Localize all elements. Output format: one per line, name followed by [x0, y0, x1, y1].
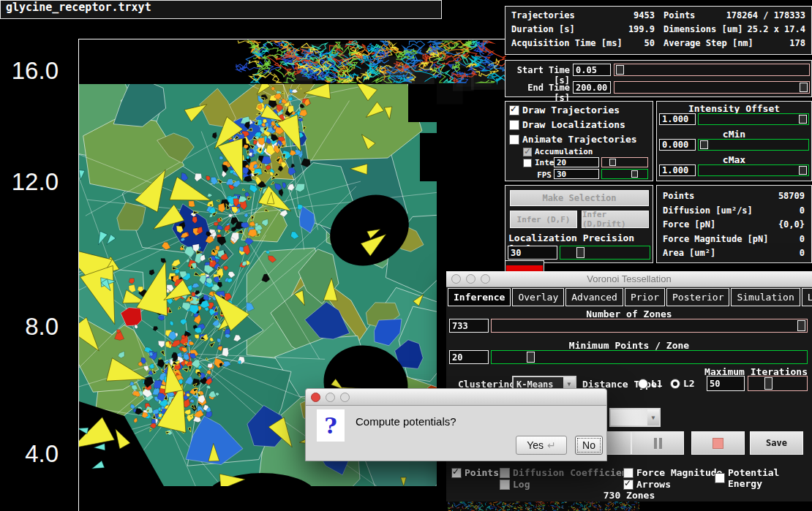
localization-precision-slider-handle[interactable] [576, 247, 584, 258]
fps-input[interactable] [554, 169, 599, 179]
intensity-offset-slider-handle[interactable] [799, 115, 807, 124]
points-overlay-option[interactable]: Points [451, 467, 499, 478]
no-button[interactable]: No [575, 436, 603, 455]
start-time-slider[interactable] [614, 64, 810, 76]
number-of-zones-slider[interactable] [491, 319, 808, 333]
dialog-minimize-button[interactable] [326, 393, 335, 402]
stat-label: Points [663, 189, 694, 204]
cmin-slider-handle[interactable] [700, 140, 708, 149]
distance-l2-option[interactable]: L2 [670, 378, 695, 389]
stat-value: 0 [800, 232, 805, 247]
arrows-checkbox[interactable] [623, 480, 634, 490]
number-of-zones-input[interactable] [449, 319, 489, 333]
pause-button[interactable] [631, 431, 684, 455]
cmax-input[interactable] [659, 164, 696, 176]
zone-stats-rows: Points58709 Diffusion [um²/s]0 Force [pN… [658, 189, 809, 261]
potential-energy-checkbox[interactable] [715, 473, 725, 483]
diffusion-coefficient-checkbox[interactable] [500, 468, 510, 478]
cmax-slider[interactable] [698, 164, 809, 176]
points-checkbox[interactable] [451, 468, 462, 478]
distance-l1-option[interactable]: L1 [638, 378, 663, 389]
tab-overlay[interactable]: Overlay [512, 288, 564, 306]
max-iterations-slider[interactable] [748, 376, 808, 391]
start-time-input[interactable] [573, 64, 611, 76]
accumulation-option[interactable]: Accumulation [523, 147, 593, 156]
dataset-stats-panel: Trajectories9453 Duration [s]199.9 Acqui… [505, 6, 812, 55]
min-points-slider-handle[interactable] [527, 352, 535, 363]
min-points-input[interactable] [449, 350, 489, 364]
end-time-slider[interactable] [614, 81, 810, 94]
cmin-slider[interactable] [698, 139, 809, 151]
animate-trajectories-option[interactable]: Animate Trajectories [509, 134, 637, 145]
max-iterations-input[interactable] [707, 376, 745, 391]
infer-df-button[interactable]: Infer (D,F) [510, 211, 577, 228]
start-time-slider-handle[interactable] [616, 65, 624, 75]
localization-precision-slider[interactable] [560, 246, 650, 260]
localization-precision-input[interactable] [508, 246, 557, 260]
intensity-panel: Intensity Offset cMin cMax [656, 101, 812, 181]
number-of-zones-label: Number of Zones [446, 309, 812, 319]
stats-right-column: Points178264 / 178333 Dimensions [um]25.… [659, 9, 810, 50]
stat-row: Points178264 / 178333 [659, 9, 810, 23]
log-overlay-option[interactable]: Log [500, 479, 530, 490]
diffusion-overlay-option[interactable]: Diffusion Coefficient [500, 467, 633, 478]
stop-button[interactable] [691, 431, 745, 455]
selection-color-indicator[interactable] [506, 265, 543, 271]
end-time-input[interactable] [573, 81, 611, 94]
fps-label: FPS [505, 170, 552, 180]
accumulation-checkbox[interactable] [523, 148, 532, 156]
voronoi-tessellation-window: Voronoi Tessellation Inference Overlay A… [446, 271, 812, 501]
tab-simulation[interactable]: Simulation [731, 288, 800, 306]
dialog-zoom-button[interactable] [340, 393, 350, 402]
question-icon: ? [317, 409, 345, 442]
force-magnitude-overlay-option[interactable]: Force Magnitude [623, 467, 722, 478]
voronoi-window-titlebar[interactable]: Voronoi Tessellation [446, 271, 812, 287]
l1-radio[interactable] [638, 379, 648, 389]
log-checkbox[interactable] [500, 480, 510, 490]
force-magnitude-checkbox[interactable] [623, 468, 634, 478]
draw-trajectories-option[interactable]: Draw Trajectories [509, 105, 620, 116]
hidden-dropdown[interactable] [609, 408, 661, 427]
tab-landscape[interactable]: Landscape [802, 288, 812, 306]
draw-localizations-checkbox[interactable] [509, 120, 519, 130]
dialog-close-button[interactable] [311, 393, 320, 402]
cmin-input[interactable] [659, 139, 696, 151]
dialog-titlebar[interactable] [306, 389, 606, 406]
save-button[interactable]: Save [750, 431, 803, 455]
tab-advanced[interactable]: Advanced [565, 288, 623, 306]
fps-slider[interactable] [601, 169, 648, 179]
cmax-slider-handle[interactable] [799, 166, 807, 175]
intensity-offset-input[interactable] [659, 113, 696, 125]
stat-value: 199.9 [628, 23, 655, 37]
number-of-zones-slider-handle[interactable] [797, 320, 805, 331]
stat-label: Points [663, 9, 695, 23]
selection-color-frame [505, 260, 544, 272]
draw-localizations-option[interactable]: Draw Localizations [509, 119, 625, 130]
yes-button[interactable]: Yes ↵ [516, 436, 567, 455]
infer-ddrift-button[interactable]: Infer (D,Drift) [582, 211, 649, 228]
max-iterations-slider-handle[interactable] [764, 377, 772, 390]
dataset-title-bar: glycine_receptor.trxyt [0, 0, 442, 19]
y-axis-label-12: 12.0 [0, 168, 59, 196]
l2-radio[interactable] [670, 379, 680, 389]
interval-slider[interactable] [601, 157, 648, 167]
interval-slider-handle[interactable] [609, 159, 616, 166]
voronoi-tab-bar: Inference Overlay Advanced Prior Posteri… [448, 288, 812, 306]
interval-checkbox[interactable] [523, 159, 532, 167]
arrows-overlay-option[interactable]: Arrows [623, 479, 671, 490]
tab-inference[interactable]: Inference [448, 288, 511, 306]
stat-label: Duration [s] [511, 23, 575, 37]
intensity-offset-slider[interactable] [698, 113, 809, 125]
fps-slider-handle[interactable] [631, 170, 638, 178]
application-screen: glycine_receptor.trxyt 16.0 12.0 8.0 4.0… [0, 0, 812, 511]
min-points-slider[interactable] [491, 350, 808, 364]
draw-trajectories-checkbox[interactable] [509, 105, 519, 116]
animate-trajectories-checkbox[interactable] [509, 135, 519, 145]
tab-posterior[interactable]: Posterior [666, 288, 729, 306]
stat-row: Force [pN]{0,0} [658, 218, 809, 232]
interval-input[interactable] [554, 157, 599, 167]
potential-energy-overlay-option[interactable]: Potential Energy [715, 467, 812, 489]
tab-prior[interactable]: Prior [625, 288, 665, 306]
make-selection-button[interactable]: Make Selection [510, 190, 649, 206]
end-time-slider-handle[interactable] [800, 83, 808, 92]
